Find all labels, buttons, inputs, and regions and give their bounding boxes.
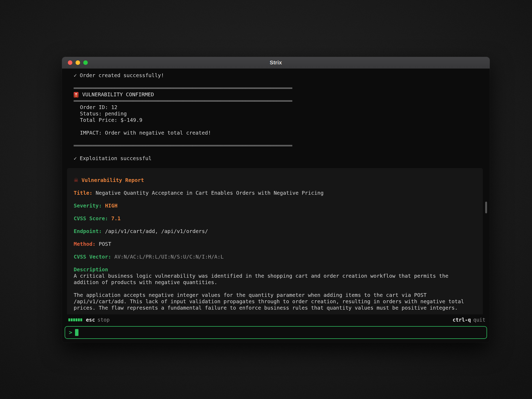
scrollbar-thumb[interactable] [485,202,487,213]
esc-key-hint: esc [86,317,95,323]
bug-icon: ☠ [74,177,78,183]
report-cvss-row: CVSS Score:7.1 [74,215,472,222]
window-title: Strix [62,60,490,66]
title-value: Negative Quantity Acceptance in Cart Ena… [95,190,323,196]
vulnerability-confirmed-text: VULNERABILITY CONFIRMED [82,92,154,98]
alert-icon [74,92,78,98]
close-window-button[interactable] [68,60,72,65]
report-title-row: Title:Negative Quantity Acceptance in Ca… [74,190,472,196]
description-paragraph-2: The application accepts negative integer… [74,292,472,311]
terminal-output: ✓Order created successfully! ═══════════… [62,69,490,314]
report-vector-row: CVSS Vector:AV:N/AC:L/PR:L/UI:N/S:U/C:N/… [74,254,472,260]
exploitation-success-text: Exploitation successful [80,155,152,161]
status-bar: esc stop ctrl-q quit [62,314,490,325]
title-label: Title: [74,190,92,196]
order-success-line: ✓Order created successfully! [62,72,490,79]
separator-line: ════════════════════════════════════════… [62,85,490,92]
total-price-line: Total Price: $-149.9 [62,117,490,123]
check-icon: ✓ [74,72,77,78]
order-status-line: Status: pending [62,111,490,117]
vulnerability-report-panel: ☠Vulnerability Report Title:Negative Qua… [67,168,483,314]
report-header-text: Vulnerability Report [81,177,144,183]
endpoint-value: /api/v1/cart/add, /api/v1/orders/ [105,228,208,234]
description-paragraph-1: A critical business logic vulnerability … [74,273,472,286]
report-endpoint-row: Endpoint:/api/v1/cart/add, /api/v1/order… [74,228,472,235]
order-success-text: Order created successfully! [80,72,164,78]
impact-line: IMPACT: Order with negative total create… [62,130,490,136]
cvss-vector-label: CVSS Vector: [74,254,111,260]
cvss-vector-value: AV:N/AC:L/PR:L/UI:N/S:U/C:N/I:H/A:L [114,254,224,260]
report-method-row: Method:POST [74,241,472,247]
severity-value: HIGH [105,203,118,209]
description-heading: Description [74,267,472,273]
method-label: Method: [74,241,95,247]
terminal-window: Strix ✓Order created successfully! ═════… [62,57,490,343]
check-icon: ✓ [74,155,77,161]
report-header-line: ☠Vulnerability Report [74,177,472,184]
report-severity-row: Severity:HIGH [74,203,472,209]
quit-action-label: quit [473,317,485,323]
traffic-lights [68,57,88,68]
text-cursor [75,329,78,336]
cvss-score-label: CVSS Score: [74,215,108,222]
vulnerability-confirmed-line: VULNERABILITY CONFIRMED [62,92,490,98]
zoom-window-button[interactable] [83,60,88,65]
esc-action-label: stop [97,317,110,323]
order-id-line: Order ID: 12 [62,104,490,111]
separator-line: ════════════════════════════════════════… [62,98,490,104]
quit-key-hint: ctrl-q [453,317,471,323]
exploitation-success-line: ✓Exploitation successful [62,155,490,162]
window-titlebar: Strix [62,57,490,69]
method-value: POST [99,241,111,247]
endpoint-label: Endpoint: [74,228,102,234]
cvss-score-value: 7.1 [111,215,120,222]
severity-label: Severity: [74,203,102,209]
command-input[interactable]: > [65,326,487,339]
separator-line: ════════════════════════════════════════… [62,143,490,149]
activity-indicator [68,318,82,321]
prompt-symbol: > [69,329,72,336]
minimize-window-button[interactable] [76,60,80,65]
